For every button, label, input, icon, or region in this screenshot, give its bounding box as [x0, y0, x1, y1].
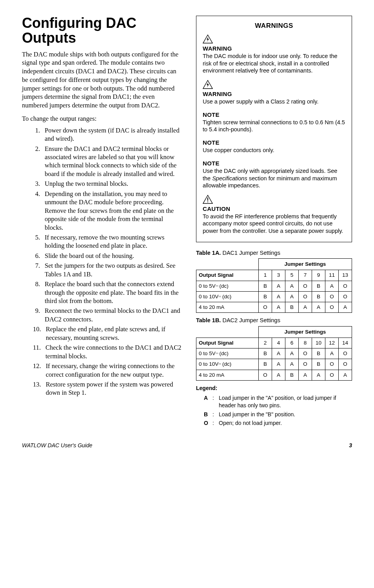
footer-left: WATLOW DAC User's Guide	[22, 442, 93, 449]
legend-value: Load jumper in the "B" position.	[216, 411, 352, 418]
warning-body: Use the DAC only with appropriately size…	[203, 167, 345, 189]
jumper-cell: B	[312, 291, 325, 302]
step-number: 4.	[33, 190, 45, 232]
step-number: 11.	[33, 343, 45, 360]
step-number: 5.	[33, 233, 45, 250]
output-signal-header: Output Signal	[196, 270, 259, 281]
legend-colon: :	[212, 411, 216, 418]
footer-page-number: 3	[349, 442, 352, 449]
warning-block: CAUTIONTo avoid the RF interference prob…	[203, 195, 345, 235]
output-signal-label: 0 to 10V⎓ (dc)	[196, 291, 259, 302]
caution-icon	[203, 195, 345, 204]
legend-row: B:Load jumper in the "B" position.	[196, 411, 352, 418]
jumper-cell: A	[299, 302, 312, 312]
jumper-cell: A	[272, 281, 285, 291]
svg-rect-0	[207, 198, 208, 201]
warning-head: NOTE	[203, 139, 345, 147]
jumper-col-number: 6	[285, 338, 299, 348]
warning-head: WARNING	[203, 45, 345, 53]
output-signal-header: Output Signal	[196, 338, 259, 348]
warning-block: NOTEUse the DAC only with appropriately …	[203, 160, 345, 189]
table-1b-title-rest: DAC2 Jumper Settings	[221, 317, 280, 323]
jumper-cell: O	[339, 348, 352, 359]
shock-icon	[203, 34, 345, 44]
legend-key: B	[204, 411, 212, 418]
jumper-cell: B	[312, 281, 325, 291]
step-item: 6.Slide the board out of the housing.	[33, 252, 182, 260]
jumper-cell: O	[299, 281, 312, 291]
jumper-cell: A	[325, 348, 339, 359]
jumper-cell: O	[339, 281, 352, 291]
warning-body: Use copper conductors only.	[203, 147, 345, 154]
jumper-col-number: 12	[325, 338, 339, 348]
legend-colon: :	[212, 419, 216, 427]
jumper-cell: B	[259, 359, 272, 370]
jumper-cell: O	[299, 348, 312, 359]
jumper-col-number: 1	[259, 270, 272, 281]
step-item: 11.Check the wire connections to the DAC…	[33, 343, 182, 360]
jumper-cell: A	[325, 281, 339, 291]
jumper-col-number: 5	[285, 270, 299, 281]
jumper-cell: B	[259, 281, 272, 291]
step-text: Depending on the installation, you may n…	[45, 190, 182, 232]
step-item: 4.Depending on the installation, you may…	[33, 190, 182, 232]
table-1a-title-prefix: Table 1A.	[196, 250, 221, 256]
jumper-cell: B	[312, 348, 325, 359]
table-row: 0 to 5V⎓ (dc)BAAOBAO	[196, 348, 352, 359]
step-item: 13.Restore system power if the system wa…	[33, 380, 182, 397]
warning-body: Tighten screw terminal connections to 0.…	[203, 119, 345, 133]
jumper-cell: A	[312, 302, 325, 312]
step-number: 12.	[33, 362, 46, 379]
legend-key: A	[204, 394, 212, 409]
jumper-col-number: 7	[299, 270, 312, 281]
warning-body: Use a power supply with a Class 2 rating…	[203, 98, 345, 105]
step-text: Slide the board out of the housing.	[45, 252, 182, 260]
jumper-cell: B	[312, 359, 325, 370]
step-number: 7.	[33, 261, 45, 278]
jumper-cell: A	[285, 359, 299, 370]
jumper-cell: O	[299, 291, 312, 302]
warning-head: WARNING	[203, 90, 345, 98]
output-signal-label: 0 to 5V⎓ (dc)	[196, 281, 259, 291]
jumper-cell: O	[325, 291, 339, 302]
jumper-settings-header: Jumper Settings	[259, 259, 352, 270]
step-text: Reconnect the two terminal blocks to the…	[45, 307, 182, 323]
jumper-cell: B	[259, 348, 272, 359]
table-row: 4 to 20 mAOABAAOA	[196, 370, 352, 380]
step-item: 10.Replace the end plate, end plate scre…	[33, 325, 182, 342]
step-number: 1.	[33, 126, 45, 143]
step-text: Replace the end plate, end plate screws …	[46, 325, 182, 342]
jumper-cell: A	[272, 291, 285, 302]
output-signal-label: 4 to 20 mA	[196, 302, 259, 312]
jumper-cell: O	[299, 359, 312, 370]
step-item: 1.Power down the system (if DAC is alrea…	[33, 126, 182, 143]
step-number: 6.	[33, 252, 45, 260]
jumper-col-number: 9	[312, 270, 325, 281]
page-footer: WATLOW DAC User's Guide 3	[22, 442, 352, 449]
jumper-cell: A	[339, 302, 352, 312]
jumper-cell: A	[272, 348, 285, 359]
warnings-panel: WARNINGS WARNINGThe DAC module is for in…	[196, 16, 352, 242]
warning-block: NOTETighten screw terminal connections t…	[203, 111, 345, 133]
step-text: Replace the board such that the connecto…	[45, 280, 182, 305]
jumper-col-number: 13	[339, 270, 352, 281]
step-number: 2.	[33, 145, 45, 178]
legend-value: Load jumper in the "A" position, or load…	[216, 394, 352, 409]
intro-paragraph-1: The DAC module ships with both outputs c…	[22, 50, 182, 110]
jumper-cell: A	[299, 370, 312, 380]
jumper-cell: O	[339, 359, 352, 370]
output-signal-label: 4 to 20 mA	[196, 370, 259, 380]
jumper-cell: O	[259, 370, 272, 380]
step-number: 13.	[33, 380, 46, 397]
warning-head: NOTE	[203, 111, 345, 119]
jumper-settings-header: Jumper Settings	[259, 326, 352, 338]
step-item: 12.If necessary, change the wiring conne…	[33, 362, 182, 379]
table-1b-title-prefix: Table 1B.	[196, 317, 221, 323]
step-text: Check the wire connections to the DAC1 a…	[45, 343, 182, 360]
table-row: 0 to 10V⎓ (dc)BAAOBOO	[196, 291, 352, 302]
jumper-cell: A	[285, 281, 299, 291]
jumper-cell: A	[272, 359, 285, 370]
table-1a-title: Table 1A. DAC1 Jumper Settings	[196, 249, 352, 257]
jumper-cell: O	[325, 359, 339, 370]
intro-paragraph-2: To change the output ranges:	[22, 114, 182, 123]
